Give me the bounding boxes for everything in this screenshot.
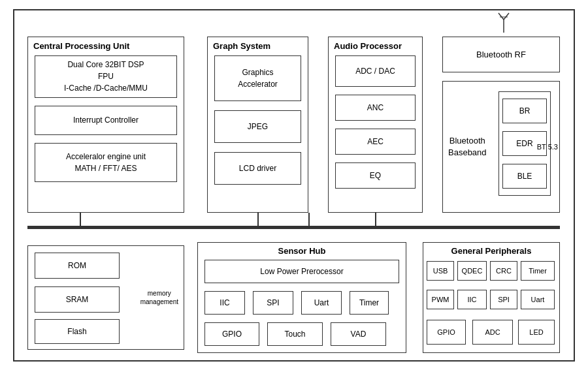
anc-label: ANC: [367, 103, 384, 112]
vad-sh-label: VAD: [351, 330, 367, 339]
sensor-hub-title: Sensor Hub: [198, 246, 406, 257]
crc-label: CRC: [496, 267, 512, 275]
iic-gp-block: IIC: [457, 290, 487, 309]
diagram: Central Processing Unit Dual Core 32BIT …: [13, 9, 575, 362]
cpu-sub2-label: Interrupt Controller: [73, 116, 139, 125]
touch-sh-label: Touch: [284, 330, 305, 339]
graph-system-title: Graph System: [213, 41, 270, 52]
main-bus: [27, 226, 560, 229]
flash-block: Flash: [35, 319, 120, 344]
bt53-label: BT 5.3: [537, 143, 558, 151]
rom-block: ROM: [35, 253, 120, 279]
graphics-accelerator: Graphics Accelerator: [214, 55, 301, 101]
gpio-gp-label: GPIO: [437, 328, 455, 336]
aec-block: AEC: [335, 129, 416, 155]
eq-block: EQ: [335, 162, 416, 189]
ble-label: BLE: [517, 172, 532, 181]
general-peripherals-block: General Peripherals USB QDEC CRC Timer P…: [423, 242, 560, 353]
general-peripherals-title: General Peripherals: [423, 246, 559, 257]
cpu-sub3: Acceleralor engine unit MATH / FFT/ AES: [35, 143, 177, 182]
anc-block: ANC: [335, 95, 416, 121]
spi-sh-block: SPI: [253, 291, 293, 315]
sram-block: SRAM: [35, 286, 120, 313]
low-power-block: Low Power Prerocessor: [204, 260, 399, 283]
sensor-hub-block: Sensor Hub Low Power Prerocessor IIC SPI…: [197, 242, 406, 353]
usb-block: USB: [427, 261, 454, 281]
audio-bus-line: [375, 213, 376, 227]
timer-gp-block: Timer: [521, 261, 555, 281]
rom-label: ROM: [68, 261, 86, 270]
adc-gp-label: ADC: [485, 328, 500, 336]
lcd-driver-block: LCD driver: [214, 152, 301, 185]
crc-block: CRC: [490, 261, 517, 281]
memory-outer: ROM SRAM Flash memory management: [27, 245, 184, 350]
iic-gp-label: IIC: [467, 296, 476, 303]
sram-label: SRAM: [66, 295, 89, 304]
cpu-sub1: Dual Core 32BIT DSP FPU I-Cache /D-Cache…: [35, 55, 177, 98]
audio-processor-title: Audio Processor: [334, 41, 402, 52]
uart-gp-block: Uart: [521, 290, 555, 309]
cpu-sub1-label: Dual Core 32BIT DSP FPU I-Cache /D-Cache…: [64, 59, 148, 94]
flash-label: Flash: [67, 327, 86, 336]
timer-sh-label: Timer: [359, 298, 379, 307]
vad-sh-block: VAD: [331, 322, 386, 346]
memory-management-label: memory management: [140, 289, 178, 306]
svg-line-2: [504, 13, 509, 20]
low-power-label: Low Power Prerocessor: [260, 267, 343, 276]
ble-block: BLE: [502, 164, 547, 189]
audio-processor-block: Audio Processor ADC / DAC ANC AEC EQ: [328, 37, 423, 213]
bluetooth-baseband-outer: Bluetooth Baseband BR EDR BLE BT 5.3: [442, 81, 560, 213]
br-block: BR: [502, 99, 547, 123]
adc-gp-block: ADC: [472, 320, 513, 345]
qdec-label: QDEC: [462, 267, 483, 275]
iic-sh-label: IIC: [220, 298, 229, 307]
qdec-block: QDEC: [457, 261, 487, 281]
eq-label: EQ: [370, 171, 381, 180]
bluetooth-rf-label: Bluetooth RF: [476, 50, 526, 59]
sensorhub-bus-line: [308, 213, 310, 227]
gpio-gp-block: GPIO: [427, 320, 466, 345]
spi-sh-label: SPI: [267, 298, 279, 307]
aec-label: AEC: [367, 137, 384, 146]
bluetooth-baseband-label: Bluetooth Baseband: [448, 134, 487, 158]
svg-line-1: [498, 13, 504, 20]
graphics-accelerator-label: Graphics Accelerator: [238, 67, 278, 90]
jpeg-block: JPEG: [214, 110, 301, 143]
led-gp-label: LED: [529, 328, 543, 336]
br-label: BR: [519, 106, 531, 116]
adc-dac-label: ADC / DAC: [355, 67, 395, 76]
led-gp-block: LED: [518, 320, 555, 345]
adc-dac-block: ADC / DAC: [335, 55, 416, 87]
uart-sh-label: Uart: [314, 298, 329, 307]
uart-sh-block: Uart: [301, 291, 342, 315]
pwm-block: PWM: [427, 290, 454, 309]
cpu-bus-line: [80, 213, 81, 227]
graph-bus-line: [257, 213, 259, 227]
iic-sh-block: IIC: [204, 291, 245, 315]
graph-system-block: Graph System Graphics Accelerator JPEG L…: [207, 37, 308, 213]
cpu-title: Central Processing Unit: [33, 41, 129, 52]
lcd-driver-label: LCD driver: [239, 164, 276, 173]
pwm-label: PWM: [432, 296, 449, 303]
touch-sh-block: Touch: [267, 322, 323, 346]
usb-label: USB: [433, 267, 448, 275]
bluetooth-rf-block: Bluetooth RF: [442, 37, 560, 72]
spi-gp-block: SPI: [490, 290, 517, 309]
timer-gp-label: Timer: [529, 267, 547, 275]
gpio-sh-label: GPIO: [222, 330, 242, 339]
cpu-block: Central Processing Unit Dual Core 32BIT …: [27, 37, 184, 213]
gpio-sh-block: GPIO: [204, 322, 259, 346]
edr-label: EDR: [516, 139, 532, 148]
timer-sh-block: Timer: [350, 291, 389, 315]
cpu-sub2: Interrupt Controller: [35, 106, 177, 135]
spi-gp-label: SPI: [498, 296, 510, 303]
cpu-sub3-label: Acceleralor engine unit MATH / FFT/ AES: [66, 151, 146, 174]
uart-gp-label: Uart: [531, 296, 545, 303]
jpeg-label: JPEG: [248, 122, 268, 131]
antenna-icon: [496, 12, 512, 33]
